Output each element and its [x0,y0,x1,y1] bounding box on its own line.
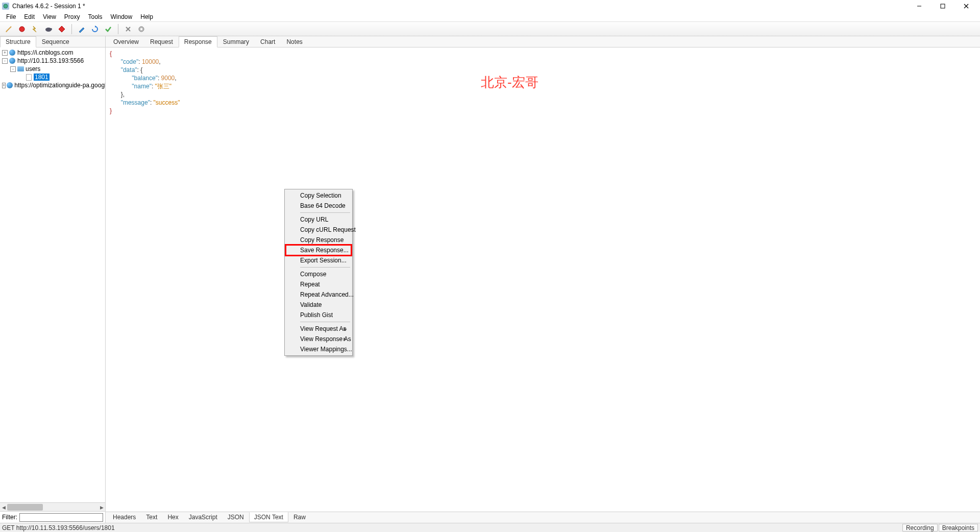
json-number: 9000 [161,75,175,82]
filter-input[interactable] [19,513,103,522]
menu-separator [300,267,350,268]
turtle-icon[interactable] [43,23,54,35]
submenu-arrow-icon: ▶ [344,335,347,343]
globe-icon [7,82,13,89]
menu-item-compose[interactable]: Compose [286,269,351,279]
menu-item-copy-curl-request[interactable]: Copy cURL Request [286,225,351,235]
menu-item-copy-response[interactable]: Copy Response [286,235,351,245]
menu-window[interactable]: Window [107,12,137,21]
tab-json-text[interactable]: JSON Text [249,512,288,522]
minimize-button[interactable] [908,0,931,12]
tab-structure[interactable]: Structure [0,36,36,47]
tree-row[interactable]: +https://i.cnblogs.com [0,49,105,57]
tab-response[interactable]: Response [179,36,217,47]
menu-separator [300,322,350,322]
breakpoints-icon[interactable] [56,23,67,35]
tab-notes[interactable]: Notes [281,36,308,47]
svg-point-5 [19,27,24,32]
svg-point-10 [140,28,142,30]
settings-icon[interactable] [136,23,147,35]
menu-tools[interactable]: Tools [84,12,107,21]
menu-item-save-response[interactable]: Save Response... [286,245,351,255]
json-string: "success" [154,99,180,106]
maximize-button[interactable] [931,0,954,12]
tab-raw[interactable]: Raw [288,513,311,522]
right-panel: Overview Request Response Summary Chart … [106,36,980,523]
menu-proxy[interactable]: Proxy [60,12,84,21]
pencil-icon[interactable] [76,23,87,35]
svg-point-7 [50,28,52,30]
toolbar-separator [118,24,118,34]
scroll-thumb[interactable] [7,504,43,511]
folder-icon [17,65,24,72]
tree-row[interactable]: -http://10.11.53.193:5566 [0,57,105,65]
svg-rect-2 [941,4,945,8]
main-split: Structure Sequence +https://i.cnblogs.co… [0,36,980,523]
expander-icon[interactable]: + [2,83,6,88]
menu-item-copy-url[interactable]: Copy URL [286,214,351,225]
menu-help[interactable]: Help [136,12,157,21]
file-icon [25,74,32,81]
tree-row[interactable]: -users [0,65,105,73]
menu-file[interactable]: File [2,12,20,21]
tree-label: https://i.cnblogs.com [17,49,73,56]
close-button[interactable] [954,0,978,12]
menu-item-viewer-mappings[interactable]: Viewer Mappings... [286,344,351,354]
expander-icon[interactable]: - [2,58,8,64]
title-bar: Charles 4.6.2 - Session 1 * [0,0,980,12]
tab-hex[interactable]: Hex [162,513,183,522]
watermark-text: 北京-宏哥 [481,78,538,86]
menu-view[interactable]: View [39,12,60,21]
menu-item-repeat-advanced[interactable]: Repeat Advanced... [286,289,351,300]
json-brace: } [110,107,112,114]
scroll-right-arrow[interactable]: ▶ [98,503,105,512]
horizontal-scrollbar[interactable]: ◀ ▶ [0,502,105,511]
toolbar-separator [71,24,72,34]
throttle-off-icon[interactable] [30,23,41,35]
menu-item-export-session[interactable]: Export Session... [286,255,351,265]
status-bar: GET http://10.11.53.193:5566/users/1801 … [0,523,980,532]
app-icon [2,3,9,10]
tree-label: users [26,65,40,72]
tab-overview[interactable]: Overview [108,36,144,47]
menu-edit[interactable]: Edit [20,12,39,21]
expander-icon[interactable]: + [2,50,8,56]
tab-json[interactable]: JSON [223,513,249,522]
menu-item-validate[interactable]: Validate [286,300,351,310]
tab-headers[interactable]: Headers [108,513,141,522]
menu-item-repeat[interactable]: Repeat [286,279,351,289]
scroll-left-arrow[interactable]: ◀ [0,503,7,512]
tools-icon[interactable] [122,23,134,35]
status-recording[interactable]: Recording [902,524,938,531]
window-title: Charles 4.6.2 - Session 1 * [12,3,908,10]
refresh-icon[interactable] [89,23,101,35]
tab-sequence[interactable]: Sequence [36,36,75,47]
record-icon[interactable] [16,23,28,35]
tab-text[interactable]: Text [141,513,162,522]
menu-item-copy-selection[interactable]: Copy Selection [286,190,351,201]
broom-icon[interactable] [3,23,14,35]
json-key: "code" [121,58,139,65]
tree-label: https://optimizationguide-pa.googlea [14,82,105,89]
tab-javascript[interactable]: JavaScript [184,513,223,522]
tab-summary[interactable]: Summary [217,36,255,47]
menu-item-publish-gist[interactable]: Publish Gist [286,310,351,320]
filter-row: Filter: [0,511,105,523]
json-number: 10000 [142,58,159,65]
structure-tree[interactable]: +https://i.cnblogs.com-http://10.11.53.1… [0,47,105,502]
tab-request[interactable]: Request [144,36,179,47]
menu-item-base-64-decode[interactable]: Base 64 Decode [286,201,351,211]
submenu-arrow-icon: ▶ [344,325,347,333]
tree-label: http://10.11.53.193:5566 [17,57,84,64]
tree-row[interactable]: 1801 [0,73,105,81]
status-breakpoints[interactable]: Breakpoints [939,524,978,531]
expander-icon[interactable]: - [10,66,16,72]
globe-icon [9,49,16,56]
tab-chart[interactable]: Chart [255,36,281,47]
response-body[interactable]: { "code": 10000, "data": { "balance": 90… [106,47,980,512]
json-key: "name" [132,83,152,90]
tree-row[interactable]: +https://optimizationguide-pa.googlea [0,81,105,89]
menu-item-view-request-as[interactable]: View Request As▶ [286,324,351,334]
menu-item-view-response-as[interactable]: View Response As▶ [286,334,351,344]
check-icon[interactable] [103,23,114,35]
